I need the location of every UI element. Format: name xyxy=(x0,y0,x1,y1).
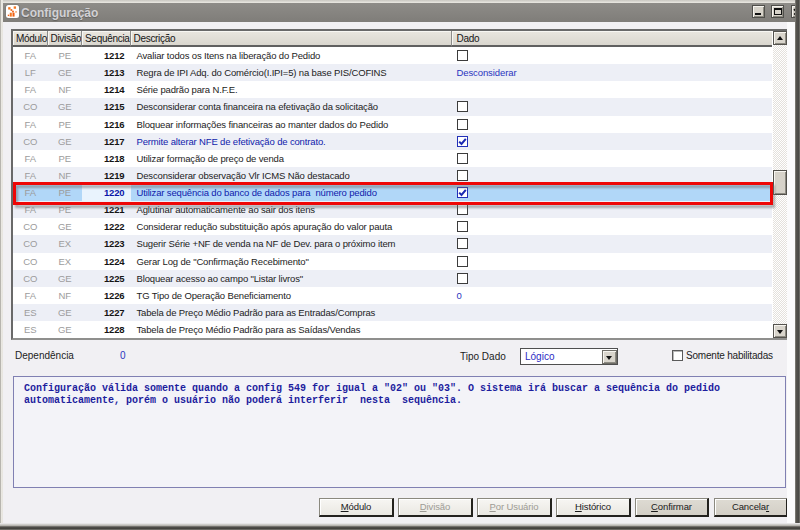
tipo-dado-value: Lógico xyxy=(525,351,554,362)
cell-dado xyxy=(452,187,773,198)
dado-checkbox-checked[interactable] xyxy=(457,187,468,198)
button-cancelar[interactable]: Cancelar xyxy=(714,498,788,517)
cell-module: CO xyxy=(13,238,48,249)
configuration-window: Configuração MóduloDivisãoSequênciaDescr… xyxy=(0,0,800,530)
dado-checkbox-unchecked[interactable] xyxy=(457,119,468,130)
table-row-1220[interactable]: FAPE1220Utilizar sequência do banco de d… xyxy=(13,184,772,201)
scrollbar-thumb[interactable] xyxy=(773,170,788,195)
cell-division: PE xyxy=(48,187,83,198)
dado-checkbox-unchecked[interactable] xyxy=(457,101,468,112)
cell-dado xyxy=(452,101,773,112)
config-grid: MóduloDivisãoSequênciaDescriçãoDado FAPE… xyxy=(11,29,788,340)
cell-description: Gerar Log de "Confirmação Recebimento" xyxy=(131,256,452,267)
somente-habilitadas-box[interactable] xyxy=(672,350,683,361)
table-row-1222[interactable]: COGE1222Considerar redução substituição … xyxy=(13,218,772,235)
cell-sequence: 1221 xyxy=(82,201,131,218)
combo-dropdown-button[interactable] xyxy=(602,350,617,364)
cell-description: Utilizar sequência do banco de dados par… xyxy=(131,187,452,198)
titlebar: Configuração xyxy=(3,3,795,22)
cell-division: GE xyxy=(48,307,83,318)
dado-checkbox-unchecked[interactable] xyxy=(457,256,468,267)
cell-module: FA xyxy=(13,290,48,301)
cell-description: Aglutinar automaticamente ao sair dos it… xyxy=(131,204,452,215)
cell-division: PE xyxy=(48,204,83,215)
column-header-2[interactable]: Sequência xyxy=(82,31,131,47)
button-historico[interactable]: Histórico xyxy=(556,498,631,517)
button-confirmar[interactable]: Confirmar xyxy=(635,498,709,517)
column-header-1[interactable]: Divisão xyxy=(48,31,83,47)
table-row-1228[interactable]: ESGE1228Tabela de Preço Médio Padrão par… xyxy=(13,321,772,338)
dado-value-text[interactable]: 0 xyxy=(457,290,462,301)
table-row-1213[interactable]: LFGE1213Regra de IPI Adq. do Comércio(I.… xyxy=(13,64,772,81)
cell-description: Tabela de Preço Médio Padrão para as Saí… xyxy=(131,324,452,335)
button-modulo[interactable]: Módulo xyxy=(319,498,394,517)
button-por-usuario[interactable]: Por Usuário xyxy=(477,498,552,517)
minimize-icon xyxy=(755,13,761,15)
table-row-1221[interactable]: FAPE1221Aglutinar automaticamente ao sai… xyxy=(13,201,772,218)
table-row-1227[interactable]: ESGE1227Tabela de Preço Médio Padrão par… xyxy=(13,304,772,321)
cell-dado xyxy=(452,170,773,181)
maximize-icon xyxy=(774,8,782,15)
cell-description: TG Tipo de Operação Beneficiamento xyxy=(131,290,452,301)
cell-sequence: 1219 xyxy=(82,167,131,184)
window-frame-left xyxy=(0,0,3,526)
cell-sequence: 1225 xyxy=(82,270,131,287)
table-row-1223[interactable]: COEX1223Sugerir Série +NF de venda na NF… xyxy=(13,235,772,252)
cell-module: LF xyxy=(13,67,48,78)
table-row-1216[interactable]: FAPE1216Bloquear informações financeiras… xyxy=(13,116,772,133)
minimize-button[interactable] xyxy=(752,5,765,18)
cell-module: FA xyxy=(13,187,48,198)
table-row-1214[interactable]: FANF1214Série padrão para N.F.E. xyxy=(13,81,772,98)
cell-dado xyxy=(452,204,773,215)
column-header-3[interactable]: Descrição xyxy=(131,31,452,47)
cell-description: Série padrão para N.F.E. xyxy=(131,84,452,95)
table-row-1224[interactable]: COEX1224Gerar Log de "Confirmação Recebi… xyxy=(13,253,772,270)
dado-checkbox-unchecked[interactable] xyxy=(457,204,468,215)
cell-dado xyxy=(452,119,773,130)
cell-division: GE xyxy=(48,324,83,335)
dado-value-text[interactable]: Desconsiderar xyxy=(457,67,517,78)
cell-sequence: 1214 xyxy=(82,81,131,98)
cell-sequence: 1220 xyxy=(82,184,131,201)
dado-checkbox-unchecked[interactable] xyxy=(457,238,468,249)
dependencia-label: Dependência xyxy=(15,350,74,361)
column-header-0[interactable]: Módulo xyxy=(13,31,48,47)
cell-division: NF xyxy=(48,290,83,301)
scroll-down-icon xyxy=(777,330,783,334)
dado-checkbox-unchecked[interactable] xyxy=(457,273,468,284)
tipo-dado-select[interactable]: Lógico xyxy=(520,348,618,365)
cell-division: EX xyxy=(48,256,83,267)
cell-sequence: 1218 xyxy=(82,150,131,167)
cell-dado xyxy=(452,256,773,267)
table-row-1225[interactable]: COGE1225Bloquear acesso ao campo "Listar… xyxy=(13,270,772,287)
table-row-1226[interactable]: FANF1226TG Tipo de Operação Beneficiamen… xyxy=(13,287,772,304)
dado-checkbox-checked[interactable] xyxy=(457,136,468,147)
cell-division: PE xyxy=(48,119,83,130)
cell-dado xyxy=(452,50,773,61)
dado-checkbox-unchecked[interactable] xyxy=(457,170,468,181)
table-row-1212[interactable]: FAPE1212Avaliar todos os Itens na libera… xyxy=(13,47,772,64)
vertical-scrollbar[interactable] xyxy=(773,31,788,338)
scroll-up-icon xyxy=(777,36,783,40)
cell-sequence: 1215 xyxy=(82,98,131,115)
cell-dado xyxy=(452,153,773,164)
cell-description: Considerar redução substituição após apu… xyxy=(131,221,452,232)
table-row-1218[interactable]: FAPE1218Utilizar formação de preço de ve… xyxy=(13,150,772,167)
cell-description: Bloquear informações financeiras ao mant… xyxy=(131,119,452,130)
cell-module: FA xyxy=(13,170,48,181)
scroll-up-button[interactable] xyxy=(773,31,788,45)
button-divisao[interactable]: Divisão xyxy=(398,498,473,517)
dado-checkbox-unchecked[interactable] xyxy=(457,221,468,232)
cell-module: ES xyxy=(13,324,48,335)
maximize-button[interactable] xyxy=(771,5,784,18)
table-row-1215[interactable]: COGE1215Desconsiderar conta financeira n… xyxy=(13,98,772,115)
somente-habilitadas-label: Somente habilitadas xyxy=(686,350,773,361)
table-row-1217[interactable]: COGE1217Permite alterar NFE de efetivaçã… xyxy=(13,133,772,150)
cell-division: GE xyxy=(48,101,83,112)
column-header-4[interactable]: Dado xyxy=(452,31,773,47)
scroll-down-button[interactable] xyxy=(773,324,788,338)
dado-checkbox-unchecked[interactable] xyxy=(457,153,468,164)
cell-sequence: 1227 xyxy=(82,304,131,321)
dado-checkbox-unchecked[interactable] xyxy=(457,50,468,61)
table-row-1219[interactable]: FANF1219Desconsiderar observação Vlr ICM… xyxy=(13,167,772,184)
